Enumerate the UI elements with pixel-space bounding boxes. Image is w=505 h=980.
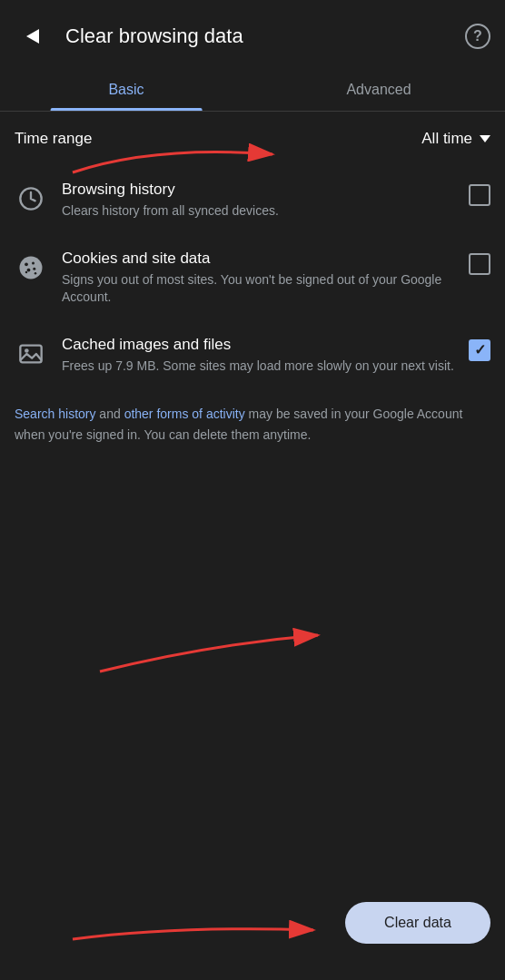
cookies-item: Cookies and site data Signs you out of m… bbox=[0, 235, 505, 321]
cookies-checkbox[interactable] bbox=[469, 253, 490, 275]
time-range-label: Time range bbox=[15, 130, 92, 148]
back-button[interactable] bbox=[15, 18, 51, 54]
help-label: ? bbox=[473, 28, 482, 44]
other-forms-link[interactable]: other forms of activity bbox=[124, 407, 245, 421]
page-title: Clear browsing data bbox=[65, 24, 451, 48]
svg-point-4 bbox=[27, 268, 31, 271]
svg-point-5 bbox=[33, 267, 35, 270]
footer-text: Search history and other forms of activi… bbox=[0, 389, 505, 459]
browsing-history-item: Browsing history Clears history from all… bbox=[0, 166, 505, 235]
checkmark-icon: ✓ bbox=[474, 343, 486, 358]
tabs-container: Basic Advanced bbox=[0, 69, 505, 112]
cookies-title: Cookies and site data bbox=[62, 250, 454, 268]
time-range-value: All time bbox=[421, 130, 472, 148]
cached-images-checkbox[interactable]: ✓ bbox=[469, 339, 490, 361]
svg-point-7 bbox=[35, 272, 37, 275]
svg-point-2 bbox=[25, 262, 28, 266]
browsing-history-description: Clears history from all synced devices. bbox=[62, 202, 454, 220]
clock-icon bbox=[15, 182, 47, 215]
svg-point-9 bbox=[25, 348, 29, 353]
svg-point-1 bbox=[20, 256, 43, 279]
cached-images-content: Cached images and files Frees up 7.9 MB.… bbox=[62, 336, 454, 376]
browsing-history-checkbox[interactable] bbox=[469, 184, 490, 206]
help-icon[interactable]: ? bbox=[465, 24, 490, 49]
dropdown-arrow-icon bbox=[480, 135, 490, 142]
browsing-history-content: Browsing history Clears history from all… bbox=[62, 181, 454, 220]
cookie-icon bbox=[15, 251, 47, 284]
svg-point-3 bbox=[32, 261, 35, 264]
footer-connector: and bbox=[95, 407, 124, 421]
time-range-selector[interactable]: All time bbox=[421, 130, 490, 148]
annotation-arrow-2 bbox=[73, 599, 345, 681]
tab-advanced[interactable]: Advanced bbox=[252, 69, 505, 111]
cached-images-description: Frees up 7.9 MB. Some sites may load mor… bbox=[62, 358, 454, 376]
tab-basic[interactable]: Basic bbox=[0, 69, 252, 111]
button-row: Clear data bbox=[0, 902, 505, 944]
browsing-history-title: Browsing history bbox=[62, 181, 454, 199]
image-icon bbox=[15, 338, 47, 370]
cookies-content: Cookies and site data Signs you out of m… bbox=[62, 250, 454, 307]
time-range-row: Time range All time bbox=[0, 112, 505, 166]
svg-rect-8 bbox=[20, 345, 41, 362]
clear-data-button[interactable]: Clear data bbox=[345, 902, 490, 944]
cached-images-item: Cached images and files Frees up 7.9 MB.… bbox=[0, 321, 505, 390]
header: Clear browsing data ? bbox=[0, 0, 505, 69]
cached-images-title: Cached images and files bbox=[62, 336, 454, 354]
search-history-link[interactable]: Search history bbox=[15, 407, 95, 421]
cookies-description: Signs you out of most sites. You won't b… bbox=[62, 271, 454, 307]
svg-point-6 bbox=[25, 270, 28, 273]
back-arrow-icon bbox=[26, 29, 39, 44]
